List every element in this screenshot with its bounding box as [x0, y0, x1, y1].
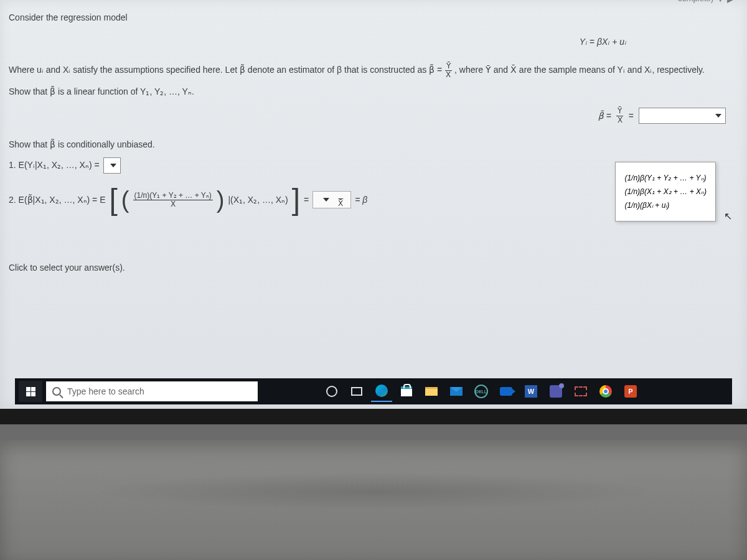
right-paren: ) [217, 182, 225, 218]
start-button[interactable] [19, 381, 42, 402]
where-text-b: , where Ȳ and X̄ are the sample means of… [454, 65, 705, 75]
windows-taskbar: Type here to search DELL W P [15, 378, 732, 404]
search-placeholder: Type here to search [67, 386, 144, 396]
caret-down-icon [110, 164, 116, 167]
chrome-icon[interactable] [595, 381, 616, 402]
laptop-shadow [87, 473, 660, 510]
powerpoint-icon[interactable]: P [620, 381, 641, 402]
show-linear-text: Show that β̃ is a linear function of Y₁,… [9, 85, 738, 98]
cursor-icon: ↖ [724, 210, 732, 222]
answer-select-linear[interactable] [639, 108, 726, 124]
caret-down-icon [715, 114, 721, 118]
caret-down-icon [323, 198, 329, 202]
option-2[interactable]: (1/n)β(X₁ + X₂ + … + Xₙ) [624, 187, 707, 196]
click-select-hint: Click to select your answer(s). [9, 261, 738, 274]
equals-sign: = [629, 110, 634, 123]
explorer-icon[interactable] [421, 381, 442, 402]
cortana-icon[interactable] [321, 381, 342, 402]
taskbar-search[interactable]: Type here to search [46, 381, 258, 401]
frac-num-2: Ȳ [616, 107, 623, 116]
snip-icon[interactable] [570, 381, 591, 402]
next-arrow-icon[interactable]: ▶ [727, 0, 735, 4]
q2-label: 2. E(β̃|X₁, X₂, …, Xₙ) = E [9, 194, 106, 207]
model-equation: Yᵢ = βXᵢ + uᵢ [580, 37, 626, 47]
dell-icon[interactable]: DELL [471, 381, 492, 402]
beta-tilde-row: β̃ = Ȳ X̄ = [9, 107, 726, 124]
option-1[interactable]: (1/n)β(Y₁ + Y₂ + … + Yₙ) [624, 174, 707, 182]
taskview-icon[interactable] [346, 381, 367, 402]
q2-xbar: X̄ [337, 200, 344, 208]
windows-logo-icon [26, 387, 35, 396]
q2-fraction: (1/n)(Y₁ + Y₂ + … + Yₙ) X̄ [133, 192, 213, 208]
left-bracket-icon: [ [110, 185, 118, 215]
show-unbiased-text: Show that β̃ is conditionally unbiased. [9, 138, 738, 151]
edge-icon[interactable] [371, 381, 392, 402]
q2-frac-num: (1/n)(Y₁ + Y₂ + … + Yₙ) [133, 192, 213, 200]
answer-box-q2[interactable]: X̄ [312, 191, 351, 208]
camera-icon[interactable] [496, 381, 517, 402]
left-paren: ( [121, 182, 129, 218]
word-icon[interactable]: W [520, 381, 542, 402]
ybar-over-xbar-2: Ȳ X̄ [616, 107, 624, 124]
mail-icon[interactable] [446, 381, 467, 402]
frac-den: X̄ [444, 71, 452, 79]
question-content: Consider the regression model Yᵢ = βXᵢ +… [9, 11, 738, 274]
teams-icon[interactable] [545, 381, 566, 402]
option-3[interactable]: (1/n)(βXᵢ + uᵢ) [624, 201, 707, 210]
answer-select-q2-inner[interactable] [319, 194, 333, 206]
beta-tilde-label: β̃ = [598, 110, 611, 123]
q1-label: 1. E(Yᵢ|X₁, X₂, …, Xₙ) = [9, 159, 100, 172]
q2-frac-den: X̄ [169, 200, 177, 208]
app-window: complete) ▼ ▶ Consider the regression mo… [0, 0, 747, 424]
chevron-down-icon[interactable]: ▼ [716, 0, 725, 4]
dropdown-options-panel[interactable]: (1/n)β(Y₁ + Y₂ + … + Yₙ) (1/n)β(X₁ + X₂ … [615, 162, 716, 222]
q2-eq1: = [304, 194, 309, 207]
search-icon [52, 387, 61, 396]
q2-xbar-frac: X̄ [337, 192, 344, 208]
progress-status: complete) ▼ ▶ [678, 0, 735, 4]
answer-select-q1[interactable] [103, 157, 121, 174]
ybar-over-xbar: Ȳ X̄ [444, 62, 452, 79]
q2-given: |(X₁, X₂, …, Xₙ) [228, 194, 288, 207]
where-text-a: Where uᵢ and Xᵢ satisfy the assumptions … [9, 65, 444, 75]
beta-tilde-eq-text: β̃ = [598, 111, 611, 121]
status-text: complete) [678, 0, 713, 3]
intro-text: Consider the regression model [9, 11, 738, 24]
right-bracket-icon: ] [292, 185, 300, 215]
q2-result: = β [355, 194, 367, 207]
where-line: Where uᵢ and Xᵢ satisfy the assumptions … [9, 62, 738, 79]
frac-num: Ȳ [445, 62, 452, 71]
store-icon[interactable] [396, 381, 417, 402]
frac-den-2: X̄ [616, 116, 624, 124]
